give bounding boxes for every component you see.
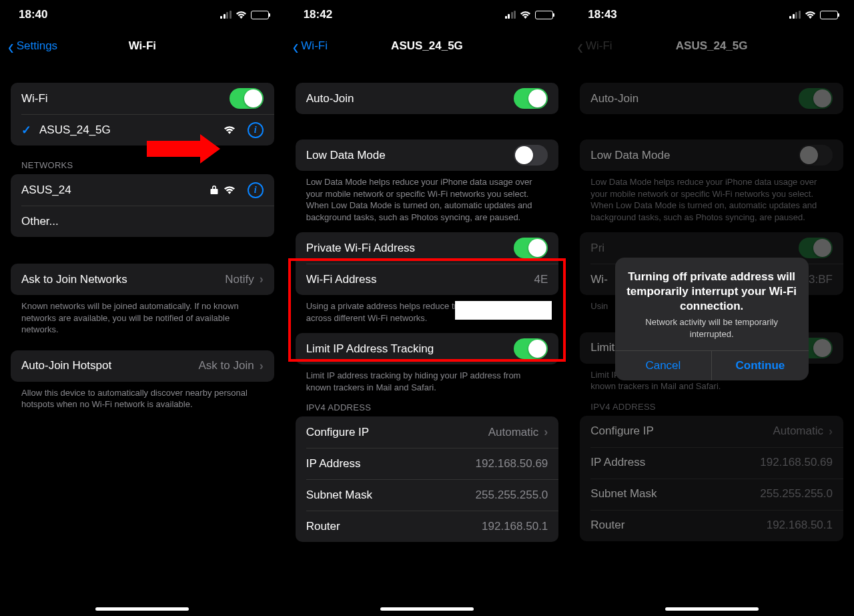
- network-name: ASUS_24: [21, 184, 210, 197]
- configure-ip-label: Configure IP: [306, 426, 488, 439]
- info-icon[interactable]: i: [248, 122, 264, 138]
- ip-address-row: IP Address 192.168.50.69: [580, 447, 843, 479]
- network-row[interactable]: ASUS_24 i: [11, 174, 274, 206]
- cellular-icon: [505, 11, 516, 19]
- wifi-toggle-row[interactable]: Wi-Fi: [11, 83, 274, 114]
- configure-ip-row: Configure IP Automatic ›: [580, 416, 843, 447]
- low-data-footer: Low Data Mode helps reduce your iPhone d…: [580, 171, 843, 223]
- private-address-toggle: [799, 238, 833, 258]
- ask-join-row[interactable]: Ask to Join Networks Notify ›: [11, 264, 274, 295]
- subnet-value: 255.255.255.0: [760, 487, 833, 501]
- wifi-status-icon: [520, 11, 531, 19]
- wifi-address-value: 3:BF: [809, 273, 833, 286]
- auto-hotspot-group: Auto-Join Hotspot Ask to Join ›: [11, 350, 274, 382]
- nav-bar: ‹ Wi-Fi ASUS_24_5G: [569, 29, 854, 63]
- home-indicator[interactable]: [665, 607, 759, 611]
- low-data-toggle[interactable]: [514, 145, 548, 166]
- limit-ip-row[interactable]: Limit IP Address Tracking: [296, 333, 559, 364]
- cellular-icon: [220, 11, 232, 19]
- wifi-status-icon: [805, 11, 816, 19]
- mac-redaction: [455, 301, 552, 320]
- battery-icon: [820, 11, 838, 19]
- battery-icon: [251, 11, 269, 19]
- ask-join-value: Notify: [225, 273, 254, 286]
- back-button[interactable]: ‹ Settings: [8, 37, 57, 55]
- wifi-address-row: Wi-Fi Address 4E: [296, 264, 559, 295]
- auto-join-label: Auto-Join: [590, 92, 799, 105]
- chevron-left-icon: ‹: [8, 35, 14, 57]
- wifi-address-label: Wi-Fi Address: [306, 273, 534, 286]
- private-address-toggle[interactable]: [514, 238, 548, 258]
- status-indicators: [505, 11, 554, 19]
- screen-wifi-details: 18:42 ‹ Wi-Fi ASUS_24_5G Auto-Join: [285, 0, 570, 616]
- configure-ip-row[interactable]: Configure IP Automatic ›: [296, 416, 559, 448]
- router-row: Router 192.168.50.1: [296, 511, 559, 542]
- chevron-right-icon: ›: [544, 425, 548, 439]
- back-label: Wi-Fi: [301, 39, 328, 53]
- private-address-label: Pri: [590, 242, 799, 255]
- limit-ip-label: Limit IP Address Tracking: [306, 342, 514, 356]
- home-indicator[interactable]: [95, 607, 189, 611]
- wifi-toggle[interactable]: [230, 88, 264, 109]
- low-data-toggle: [799, 145, 833, 166]
- router-label: Router: [590, 519, 766, 532]
- other-network-row[interactable]: Other...: [11, 206, 274, 237]
- low-data-row[interactable]: Low Data Mode: [296, 139, 559, 171]
- low-data-label: Low Data Mode: [590, 149, 799, 162]
- chevron-left-icon: ‹: [577, 35, 583, 57]
- wifi-signal-icon: [218, 125, 241, 135]
- ip-address-row: IP Address 192.168.50.69: [296, 448, 559, 479]
- status-bar: 18:43: [569, 0, 854, 29]
- private-address-group: Private Wi-Fi Address Wi-Fi Address 4E: [296, 232, 559, 295]
- info-icon[interactable]: i: [248, 182, 264, 198]
- auto-join-group: Auto-Join: [296, 83, 559, 114]
- ask-join-footer: Known networks will be joined automatica…: [11, 295, 274, 336]
- auto-hotspot-row[interactable]: Auto-Join Hotspot Ask to Join ›: [11, 350, 274, 382]
- ipv4-header: IPV4 ADDRESS: [580, 392, 843, 416]
- auto-join-row[interactable]: Auto-Join: [296, 83, 559, 114]
- auto-join-toggle[interactable]: [514, 88, 548, 109]
- chevron-left-icon: ‹: [293, 35, 299, 57]
- private-address-label: Private Wi-Fi Address: [306, 242, 514, 255]
- low-data-row: Low Data Mode: [580, 139, 843, 171]
- ip-address-value: 192.168.50.69: [760, 456, 833, 469]
- configure-ip-label: Configure IP: [590, 424, 773, 438]
- wifi-address-value: 4E: [534, 273, 548, 286]
- wifi-toggle-group: Wi-Fi ✓ ASUS_24_5G i: [11, 83, 274, 145]
- home-indicator[interactable]: [380, 607, 474, 611]
- low-data-group: Low Data Mode: [296, 139, 559, 171]
- ask-join-group: Ask to Join Networks Notify ›: [11, 264, 274, 295]
- private-address-row[interactable]: Private Wi-Fi Address: [296, 232, 559, 264]
- limit-ip-group: Limit IP Address Tracking: [296, 333, 559, 364]
- back-button: ‹ Wi-Fi: [577, 37, 612, 55]
- screen-wifi-dialog: 18:43 ‹ Wi-Fi ASUS_24_5G Auto-Join: [569, 0, 854, 616]
- back-label: Wi-Fi: [586, 39, 612, 53]
- ip-address-value: 192.168.50.69: [476, 457, 548, 471]
- nav-bar: ‹ Settings Wi-Fi: [0, 29, 285, 63]
- continue-button[interactable]: Continue: [711, 351, 809, 380]
- chevron-right-icon: ›: [260, 272, 264, 286]
- ipv4-group: Configure IP Automatic › IP Address 192.…: [580, 416, 843, 541]
- subnet-row: Subnet Mask 255.255.255.0: [580, 479, 843, 510]
- nav-bar: ‹ Wi-Fi ASUS_24_5G: [285, 29, 570, 63]
- limit-ip-footer: Limit IP address tracking by hiding your…: [296, 364, 559, 393]
- low-data-label: Low Data Mode: [306, 149, 514, 162]
- configure-ip-value: Automatic: [488, 426, 539, 439]
- ipv4-group: Configure IP Automatic › IP Address 192.…: [296, 416, 559, 542]
- limit-ip-toggle[interactable]: [514, 338, 548, 359]
- dialog-actions: Cancel Continue: [615, 350, 809, 380]
- lock-icon: [210, 185, 218, 195]
- connected-network-row[interactable]: ✓ ASUS_24_5G i: [11, 114, 274, 145]
- cancel-button[interactable]: Cancel: [615, 351, 712, 380]
- auto-join-label: Auto-Join: [306, 92, 514, 105]
- wifi-status-icon: [236, 11, 247, 19]
- checkmark-icon: ✓: [21, 123, 31, 137]
- auto-hotspot-footer: Allow this device to automatically disco…: [11, 382, 274, 410]
- battery-icon: [535, 11, 553, 19]
- status-time: 18:42: [304, 8, 332, 21]
- subnet-label: Subnet Mask: [590, 487, 760, 501]
- ip-address-label: IP Address: [590, 456, 760, 469]
- back-label: Settings: [17, 39, 57, 53]
- auto-join-toggle: [799, 88, 833, 109]
- back-button[interactable]: ‹ Wi-Fi: [293, 37, 328, 55]
